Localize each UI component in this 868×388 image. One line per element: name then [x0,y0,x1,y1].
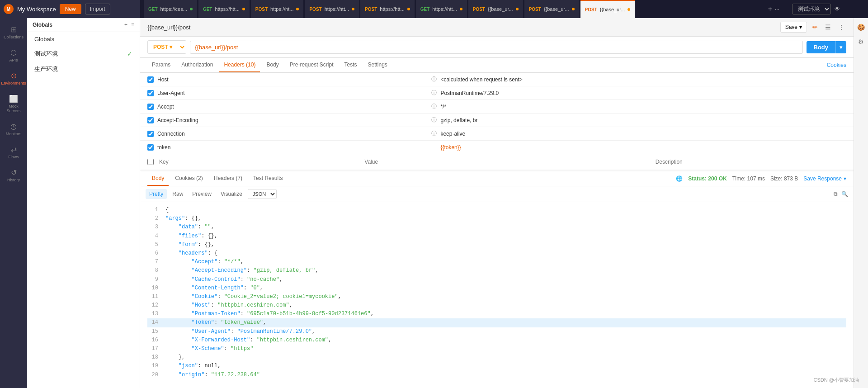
sidebar-label-environments: Environments [1,81,26,85]
tab-4[interactable]: POST https://htt... [305,0,359,18]
sidebar-item-mock-servers[interactable]: ⬜ Mock Servers [0,91,27,117]
tab-9-active[interactable]: POST {{base_ur... [580,0,636,18]
code-line-7: 7 "Accept": "*/*", [147,258,846,266]
search-body-icon[interactable]: 🔍 [841,191,848,197]
useragent-info-icon: ⓘ [431,89,437,97]
tab-tests[interactable]: Tests [340,58,361,72]
url-input[interactable] [190,41,803,54]
useragent-checkbox[interactable] [147,90,154,96]
new-header-value[interactable] [363,157,650,167]
request-tabs: Params Authorization Headers (10) Body P… [140,58,854,73]
left-panel-header: Globals + ≡ [27,18,140,32]
resp-tab-headers[interactable]: Headers (7) [209,171,247,186]
sidebar-label-flows: Flows [8,155,19,159]
save-response-label: Save Response [803,175,842,182]
useragent-value: PostmanRuntime/7.29.0 [440,90,846,96]
right-cookie-icon[interactable]: 🍪 [855,22,867,33]
tab-body[interactable]: Body [262,58,283,72]
accept-checkbox[interactable] [147,104,154,110]
tab-7[interactable]: POST {{base_ur... [468,0,524,18]
right-settings-icon[interactable]: ⚙ [856,36,866,47]
sidebar-item-environments[interactable]: ⊙ Environments [0,68,27,89]
header-row-connection: Connection ⓘ keep-alive [140,127,854,141]
new-header-key[interactable] [157,157,350,167]
tab-1[interactable]: GET https://ces... [144,0,198,18]
tab-3[interactable]: POST https://ht... [251,0,304,18]
format-raw[interactable]: Raw [169,189,187,199]
left-panel-title: Globals [33,22,52,28]
env-selector: 测试环境 生产环境 👁 [787,0,868,18]
format-type-select[interactable]: JSON XML HTML [248,189,277,199]
send-button-group: Body ▾ [807,41,847,53]
sidebar-item-collections[interactable]: ⊞ Collections [0,22,27,43]
edit-icon[interactable]: ✏ [811,22,820,33]
sidebar-label-history: History [7,178,20,182]
tab-url: {{base_ur... [544,6,569,12]
sidebar-label-mock-servers: Mock Servers [2,104,25,113]
sidebar-item-history[interactable]: ↺ History [0,165,27,186]
tab-2[interactable]: GET https://htt... [198,0,250,18]
more-options-icon[interactable]: ⋮ [836,22,846,33]
resp-tab-cookies[interactable]: Cookies (2) [170,171,207,186]
tab-method: POST [529,7,541,12]
body-format-tabs: Pretty Raw Preview Visualize JSON XML HT… [140,186,854,202]
connection-checkbox[interactable] [147,131,154,137]
tab-method: GET [420,7,430,12]
tab-5[interactable]: POST https://htt... [360,0,415,18]
sidebar-item-flows[interactable]: ⇄ Flows [0,142,27,163]
cookies-link[interactable]: Cookies [827,62,846,68]
encoding-checkbox[interactable] [147,117,154,123]
description-icon[interactable]: ☰ [823,22,833,33]
tab-8[interactable]: POST {{base_ur... [524,0,580,18]
env-test[interactable]: 测试环境 ✓ [27,46,140,62]
status-200: Status: 200 OK [688,175,726,182]
copy-body-icon[interactable]: ⧉ [834,191,838,197]
env-prod[interactable]: 生产环境 [27,62,140,77]
save-dropdown-icon[interactable]: ▾ [799,24,802,30]
code-line-4: 4 "files": {}, [147,232,846,241]
response-tabs: Body Cookies (2) Headers (7) Test Result… [140,171,854,186]
new-header-desc[interactable] [654,157,846,167]
format-visualize[interactable]: Visualize [217,189,246,199]
host-checkbox[interactable] [147,76,154,83]
filter-env-icon[interactable]: ≡ [131,22,134,28]
tab-pre-request[interactable]: Pre-request Script [285,58,338,72]
tab-headers[interactable]: Headers (10) [219,58,260,72]
save-button[interactable]: Save ▾ [780,22,807,33]
history-icon: ↺ [11,168,17,177]
send-button[interactable]: Body [807,41,836,53]
tab-authorization[interactable]: Authorization [177,58,217,72]
tab-url: https://ht... [270,6,293,12]
env-dropdown[interactable]: 测试环境 生产环境 [792,4,831,14]
format-preview[interactable]: Preview [189,189,215,199]
add-tab-button[interactable]: + [768,5,772,13]
more-tabs-button[interactable]: ··· [775,6,779,12]
import-button[interactable]: Import [85,4,110,14]
send-dropdown-button[interactable]: ▾ [835,41,846,53]
env-globals[interactable]: Globals [27,32,140,46]
sidebar-item-apis[interactable]: ⬡ APIs [0,45,27,66]
add-env-icon[interactable]: + [124,22,127,28]
env-eye-icon[interactable]: 👁 [835,6,840,12]
tab-settings[interactable]: Settings [363,58,392,72]
new-button[interactable]: New [60,4,81,14]
new-header-checkbox[interactable] [147,159,154,165]
accept-key: Accept [157,104,428,110]
connection-key: Connection [157,131,428,137]
tab-status-dot [352,8,354,10]
sidebar-label-collections: Collections [4,35,24,39]
tab-method: POST [255,7,268,12]
resp-tab-test-results[interactable]: Test Results [249,171,287,186]
left-panel-actions: + ≡ [124,22,134,28]
tab-6[interactable]: GET https://htt... [416,0,467,18]
format-pretty[interactable]: Pretty [146,189,167,199]
save-response-button[interactable]: Save Response ▾ [803,175,846,182]
method-select[interactable]: POST ▾ GET PUT DELETE [147,40,186,54]
resp-tab-body[interactable]: Body [147,171,169,186]
main-layout: ⊞ Collections ⬡ APIs ⊙ Environments ⬜ Mo… [0,18,868,388]
token-checkbox[interactable] [147,144,154,151]
code-line-18: 18 }, [147,353,846,362]
tab-params[interactable]: Params [147,58,175,72]
env-name-prod: 生产环境 [34,65,58,73]
sidebar-item-monitors[interactable]: ◷ Monitors [0,118,27,140]
